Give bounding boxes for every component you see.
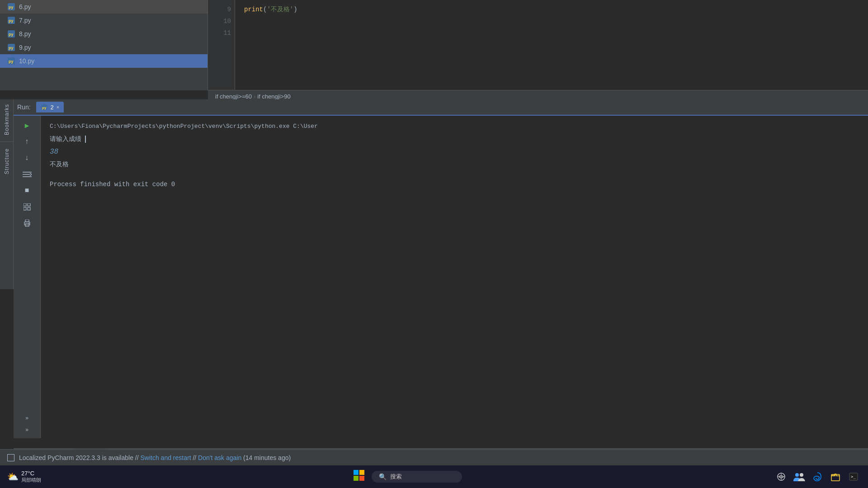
svg-rect-26: [359, 476, 364, 481]
print-btn[interactable]: [21, 217, 33, 230]
dont-ask-link[interactable]: Don't ask again: [198, 454, 241, 461]
taskbar-icon-people[interactable]: [792, 469, 807, 484]
search-placeholder: 搜索: [390, 473, 402, 481]
taskbar-icon-explorer[interactable]: [828, 469, 843, 484]
file-name: 9.py: [19, 44, 31, 51]
file-item-8py[interactable]: py 8.py: [0, 27, 208, 41]
svg-rect-15: [24, 203, 26, 206]
taskbar-center: 🔍 搜索: [48, 470, 767, 484]
taskbar: ⛅ 27°C 局部晴朗 🔍 搜索: [0, 465, 868, 488]
file-list: py 6.py py 7.py py 8.py py 9.py: [0, 0, 208, 90]
svg-rect-24: [359, 470, 364, 475]
breadcrumb-separator: ›: [254, 93, 255, 100]
status-bar: Localized PyCharm 2022.3.3 is available …: [0, 449, 868, 465]
file-item-6py[interactable]: py 6.py: [0, 0, 208, 14]
svg-text:py: py: [9, 19, 14, 23]
code-line-11: [244, 27, 859, 39]
py-file-icon: py: [7, 43, 15, 52]
weather-temperature: 27°C: [21, 470, 41, 477]
run-tab-2[interactable]: py 2 ×: [36, 102, 64, 113]
user-input-value: 38: [50, 146, 859, 157]
code-editor: 9 10 11 print('不及格'): [208, 0, 868, 90]
svg-text:py: py: [9, 5, 14, 9]
weather-info: 27°C 局部晴朗: [21, 470, 41, 484]
more-btn-1[interactable]: »: [24, 413, 30, 423]
svg-text:py: py: [9, 32, 14, 37]
svg-point-30: [795, 473, 799, 477]
py-file-icon: py: [7, 57, 15, 65]
python-tab-icon: py: [41, 103, 48, 111]
scroll-down-btn[interactable]: ↓: [21, 152, 33, 164]
svg-rect-18: [28, 207, 30, 210]
sidebar-tab-bookmarks[interactable]: Bookmarks: [2, 99, 12, 140]
file-name: 7.py: [19, 17, 31, 24]
scroll-up-btn[interactable]: ↑: [21, 136, 33, 148]
taskbar-right: >_: [767, 469, 868, 484]
wrap-btn[interactable]: [21, 168, 33, 181]
file-name: 8.py: [19, 30, 31, 38]
svg-rect-16: [28, 203, 30, 206]
line-numbers: 9 10 11: [208, 0, 235, 90]
taskbar-icon-network[interactable]: [774, 469, 788, 484]
py-file-icon: py: [7, 16, 15, 24]
sidebar-tab-structure[interactable]: Structure: [2, 144, 12, 179]
breadcrumb-part2[interactable]: if chengji>90: [257, 93, 290, 100]
svg-rect-25: [354, 476, 359, 481]
stop-btn[interactable]: ■: [21, 184, 33, 197]
cmd-path: C:\Users\Fiona\PycharmProjects\pythonPro…: [50, 121, 859, 132]
svg-rect-33: [831, 474, 836, 476]
code-line-10: [244, 15, 859, 27]
taskbar-icon-edge[interactable]: [810, 469, 825, 484]
run-content-wrapper: ▶ ↑ ↓ ■: [14, 116, 868, 438]
file-item-7py[interactable]: py 7.py: [0, 14, 208, 27]
status-message: Localized PyCharm 2022.3.3 is available …: [19, 454, 291, 461]
weather-icon: ⛅: [7, 471, 19, 482]
search-bar[interactable]: 🔍 搜索: [372, 471, 462, 483]
file-name: 10.py: [19, 57, 34, 65]
py-file-icon: py: [7, 30, 15, 38]
windows-logo[interactable]: [354, 470, 364, 484]
svg-rect-23: [354, 470, 359, 475]
svg-rect-20: [25, 220, 29, 222]
grid-btn[interactable]: [21, 201, 33, 213]
run-tab-name: 2: [51, 104, 54, 111]
svg-text:>_: >_: [851, 474, 856, 479]
input-prompt: 请输入成绩: [50, 134, 859, 145]
svg-text:py: py: [42, 106, 47, 110]
more-btn-2[interactable]: »: [24, 425, 30, 435]
svg-text:py: py: [9, 46, 14, 50]
run-output[interactable]: C:\Users\Fiona\PycharmProjects\pythonPro…: [41, 116, 868, 438]
process-finished-text: Process finished with exit code 0: [50, 179, 859, 190]
run-tab-bar: Run: py 2 ×: [14, 99, 868, 116]
svg-rect-17: [24, 207, 26, 210]
code-line-9: print('不及格'): [244, 4, 859, 15]
code-content[interactable]: print('不及格'): [235, 0, 868, 42]
svg-text:py: py: [9, 59, 14, 64]
run-panel: Run: py 2 × ▶ ↑ ↓ ■: [14, 99, 868, 438]
result-text: 不及格: [50, 159, 859, 170]
file-item-10py[interactable]: py 10.py: [0, 54, 208, 68]
breadcrumb-part1[interactable]: if chengji>=60: [215, 93, 252, 100]
status-checkbox[interactable]: [7, 454, 14, 461]
switch-restart-link[interactable]: Switch and restart: [140, 454, 191, 461]
search-icon: 🔍: [379, 473, 387, 481]
run-label: Run:: [17, 103, 31, 111]
py-file-icon: py: [7, 3, 15, 11]
run-btn[interactable]: ▶: [21, 119, 33, 132]
run-toolbar: ▶ ↑ ↓ ■: [14, 116, 41, 438]
cursor: [85, 136, 86, 143]
file-name: 6.py: [19, 3, 31, 10]
svg-point-31: [800, 473, 803, 477]
weather-widget[interactable]: ⛅ 27°C 局部晴朗: [0, 470, 48, 484]
file-item-9py[interactable]: py 9.py: [0, 41, 208, 54]
run-tab-close-btn[interactable]: ×: [57, 104, 59, 110]
taskbar-icon-terminal[interactable]: >_: [846, 469, 861, 484]
left-sidebar: Bookmarks Structure: [0, 99, 14, 289]
svg-point-22: [28, 223, 29, 224]
weather-description: 局部晴朗: [21, 477, 41, 483]
